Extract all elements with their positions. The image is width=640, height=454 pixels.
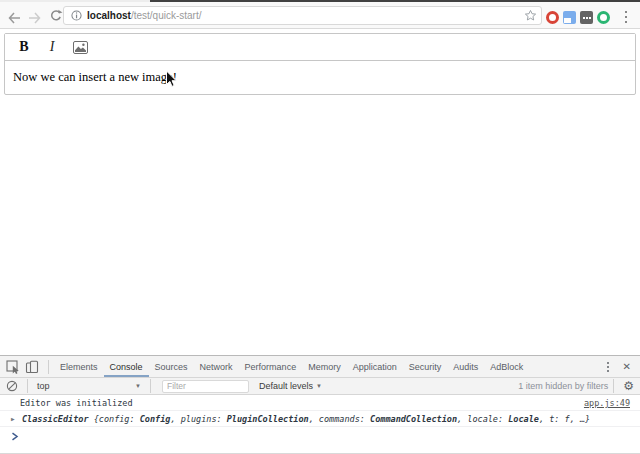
prompt-chevron-icon bbox=[11, 432, 19, 441]
devtools-panel: ElementsConsoleSourcesNetworkPerformance… bbox=[0, 355, 640, 454]
extension-green-icon[interactable] bbox=[597, 11, 610, 24]
insert-image-button[interactable] bbox=[72, 41, 88, 54]
hidden-items-message: 1 item hidden by filters bbox=[518, 381, 608, 391]
source-link[interactable]: app.js:49 bbox=[584, 398, 630, 408]
inspect-element-icon[interactable] bbox=[6, 360, 21, 374]
devtools-menu-icon[interactable] bbox=[607, 362, 609, 364]
extension-red-icon[interactable] bbox=[546, 11, 559, 24]
url-path: /test/quick-start/ bbox=[131, 10, 202, 21]
devtools-tab-elements[interactable]: Elements bbox=[54, 356, 104, 377]
rich-text-editor: B I Now we can insert a new image! bbox=[4, 33, 636, 95]
device-toolbar-icon[interactable] bbox=[25, 360, 39, 374]
url-host: localhost bbox=[87, 10, 131, 21]
page-info-icon[interactable] bbox=[71, 10, 82, 21]
log-level-selector[interactable]: Default levels ▼ bbox=[259, 381, 322, 391]
editor-toolbar: B I bbox=[5, 34, 635, 61]
devtools-tab-bar: ElementsConsoleSourcesNetworkPerformance… bbox=[0, 356, 640, 378]
devtools-tabbar-right: ✕ bbox=[603, 362, 631, 372]
extension-blue-icon[interactable] bbox=[563, 11, 576, 24]
reload-icon[interactable] bbox=[49, 9, 63, 27]
devtools-tab-memory[interactable]: Memory bbox=[302, 356, 347, 377]
console-toolbar: top ▼ Default levels ▼ 1 item hidden by … bbox=[0, 378, 640, 395]
devtools-tab-security[interactable]: Security bbox=[403, 356, 448, 377]
devtools-tab-audits[interactable]: Audits bbox=[447, 356, 484, 377]
console-messages: Editor was initialized app.js:49 ▶ Class… bbox=[0, 395, 640, 441]
devtools-tab-console[interactable]: Console bbox=[104, 356, 149, 377]
italic-button[interactable]: I bbox=[44, 39, 60, 55]
context-label: top bbox=[37, 381, 50, 391]
toolbar-divider bbox=[27, 379, 28, 393]
log-level-label: Default levels bbox=[259, 381, 313, 391]
bold-button[interactable]: B bbox=[16, 39, 32, 55]
forward-icon[interactable] bbox=[28, 10, 42, 28]
address-bar[interactable]: localhost/test/quick-start/ bbox=[63, 6, 542, 25]
extension-gray-icon[interactable] bbox=[580, 11, 593, 24]
execution-context-selector[interactable]: top ▼ bbox=[33, 381, 145, 391]
devtools-tabs: ElementsConsoleSourcesNetworkPerformance… bbox=[54, 356, 529, 377]
back-icon[interactable] bbox=[7, 10, 21, 28]
toolbar-divider bbox=[150, 379, 151, 393]
devtools-tab-application[interactable]: Application bbox=[347, 356, 403, 377]
expand-triangle-icon[interactable]: ▶ bbox=[11, 415, 15, 422]
clear-console-icon[interactable] bbox=[6, 380, 18, 392]
bookmark-star-icon[interactable] bbox=[524, 9, 537, 22]
chevron-down-icon: ▼ bbox=[135, 383, 141, 389]
toolbar-divider bbox=[48, 360, 49, 374]
browser-menu-icon[interactable] bbox=[625, 11, 627, 13]
console-message: Editor was initialized app.js:49 bbox=[0, 395, 640, 411]
console-object-preview-text: ClassicEditor {config: Config, plugins: … bbox=[22, 414, 590, 424]
console-message-text: Editor was initialized bbox=[20, 398, 133, 408]
mouse-cursor bbox=[165, 70, 177, 92]
settings-gear-icon[interactable]: ⚙ bbox=[623, 380, 634, 392]
console-filter-input[interactable] bbox=[162, 380, 249, 393]
console-prompt[interactable] bbox=[0, 427, 640, 441]
console-object-row[interactable]: ▶ ClassicEditor {config: Config, plugins… bbox=[0, 411, 640, 427]
devtools-tab-sources[interactable]: Sources bbox=[149, 356, 194, 377]
devtools-tab-performance[interactable]: Performance bbox=[239, 356, 303, 377]
devtools-close-icon[interactable]: ✕ bbox=[623, 362, 631, 372]
editor-content[interactable]: Now we can insert a new image! bbox=[5, 61, 635, 94]
browser-toolbar: localhost/test/quick-start/ bbox=[0, 2, 640, 29]
toolbar-divider bbox=[613, 379, 614, 393]
devtools-tab-network[interactable]: Network bbox=[194, 356, 239, 377]
devtools-tab-adblock[interactable]: AdBlock bbox=[484, 356, 529, 377]
chevron-down-icon: ▼ bbox=[316, 383, 322, 389]
